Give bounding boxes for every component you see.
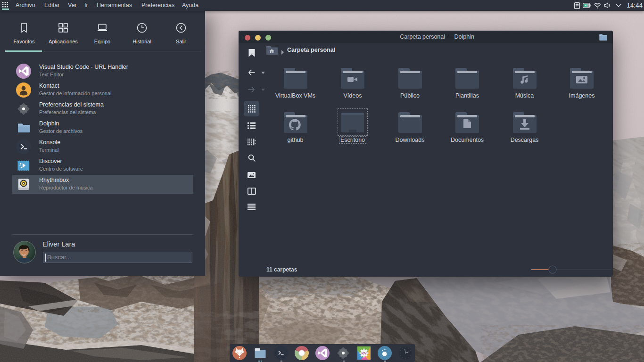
svg-text:KV: KV — [361, 351, 367, 355]
